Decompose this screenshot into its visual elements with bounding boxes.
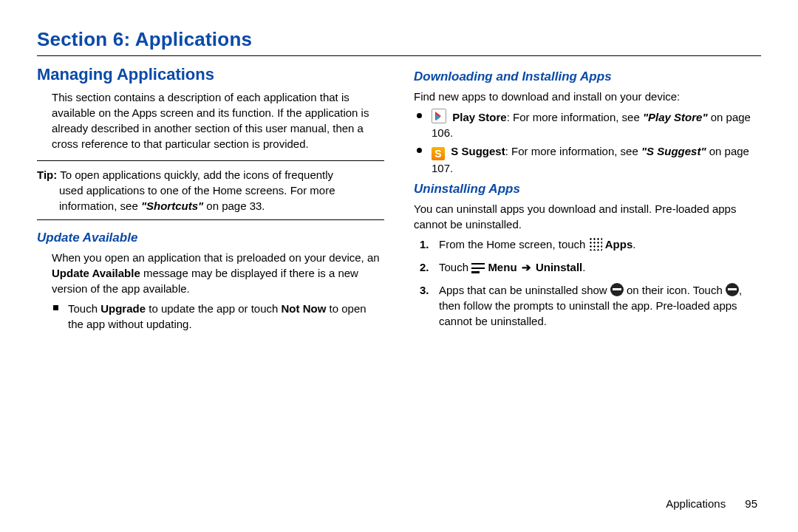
tip-text-3a: information, see (59, 200, 141, 212)
step2-a: Touch (439, 261, 471, 273)
managing-apps-heading: Managing Applications (37, 64, 384, 86)
tip-row2: used applications to one of the Home scr… (37, 183, 384, 198)
title-rule (37, 55, 761, 56)
page-footer: Applications 95 (666, 497, 757, 510)
footer-page-number: 95 (745, 497, 757, 510)
s-suggest-icon: S (432, 147, 445, 160)
ub-a: Touch (68, 302, 100, 315)
manual-page: Section 6: Applications Managing Applica… (0, 0, 798, 532)
uninstall-label: Uninstall (536, 261, 582, 273)
minus-badge-icon (610, 283, 624, 296)
menu-label: Menu (488, 261, 516, 273)
shortcuts-reference: "Shortcuts" (141, 200, 203, 212)
uninstalling-apps-heading: Uninstalling Apps (414, 180, 761, 198)
update-text-a: When you open an application that is pre… (52, 251, 380, 264)
right-column: Downloading and Installing Apps Find new… (414, 64, 761, 336)
tip-label: Tip: (37, 168, 57, 181)
uninstall-step-2: Touch Menu ➔ Uninstall. (414, 259, 761, 275)
step1-a: From the Home screen, touch (439, 238, 589, 250)
download-app-list: Play Store: For more information, see "P… (414, 109, 761, 176)
step3-b: on their icon. Touch (624, 284, 726, 296)
two-column-layout: Managing Applications This section conta… (37, 64, 761, 336)
uninstall-step-1: From the Home screen, touch Apps. (414, 236, 761, 252)
update-available-para: When you open an application that is pre… (37, 250, 384, 296)
s-suggest-label: S Suggest (451, 145, 505, 157)
step3-a: Apps that can be uninstalled show (439, 284, 610, 296)
step2-b: . (582, 261, 585, 273)
apps-label: Apps (605, 238, 633, 250)
update-available-heading: Update Available (37, 229, 384, 247)
tip-row3: information, see "Shortcuts" on page 33. (37, 198, 384, 214)
ub-mid: to update the app or touch (146, 302, 281, 315)
arrow-icon: ➔ (520, 261, 533, 273)
tip-text-3b: on page 33. (203, 200, 265, 212)
upgrade-bold: Upgrade (100, 302, 146, 315)
uninstalling-apps-intro: You can uninstall apps you download and … (414, 201, 761, 232)
tip-text-1: To open applications quickly, add the ic… (60, 168, 333, 181)
update-bullet-item: Touch Upgrade to update the app or touch… (37, 301, 384, 332)
update-bullet-list: Touch Upgrade to update the app or touch… (37, 301, 384, 332)
update-available-bold: Update Available (52, 267, 140, 279)
step1-b: . (632, 238, 635, 250)
uninstall-steps: From the Home screen, touch Apps. Touch … (414, 236, 761, 329)
left-column: Managing Applications This section conta… (37, 64, 384, 336)
tip-box: Tip: To open applications quickly, add t… (37, 160, 384, 220)
play-store-reference: "Play Store" (643, 111, 708, 123)
minus-badge-icon-2 (726, 283, 739, 296)
apps-grid-icon (589, 237, 602, 250)
section-title: Section 6: Applications (37, 28, 761, 51)
uninstall-step-3: Apps that can be uninstalled show on the… (414, 282, 761, 329)
tip-row1: Tip: To open applications quickly, add t… (37, 167, 384, 183)
not-now-bold: Not Now (282, 302, 327, 315)
s-suggest-reference: "S Suggest" (641, 145, 706, 157)
ss-text-a: : For more information, see (505, 145, 641, 157)
play-store-item: Play Store: For more information, see "P… (414, 109, 761, 140)
play-text-a: : For more information, see (507, 111, 643, 123)
s-suggest-item: S S Suggest: For more information, see "… (414, 143, 761, 176)
footer-section-label: Applications (666, 497, 726, 510)
download-install-heading: Downloading and Installing Apps (414, 68, 761, 86)
menu-icon (471, 263, 485, 273)
play-store-icon (432, 109, 446, 123)
play-store-label: Play Store (452, 111, 506, 123)
download-install-intro: Find new apps to download and install on… (414, 89, 761, 104)
managing-apps-intro: This section contains a description of e… (37, 89, 384, 151)
